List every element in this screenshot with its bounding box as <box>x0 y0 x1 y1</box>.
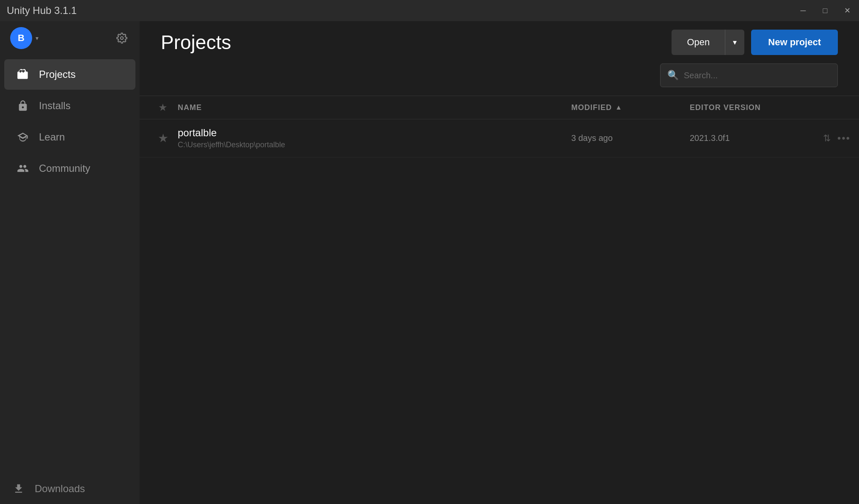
search-icon: 🔍 <box>667 70 679 81</box>
row-actions: ⇅ ••• <box>808 132 851 144</box>
minimize-button[interactable]: ─ <box>798 6 808 16</box>
sidebar: B ▾ Projects <box>0 21 140 504</box>
sidebar-header: B ▾ <box>0 21 140 55</box>
row-star: ★ <box>148 131 178 145</box>
projects-icon <box>16 68 30 81</box>
titlebar: Unity Hub 3.1.1 ─ □ ✕ <box>0 0 859 21</box>
table-row[interactable]: ★ portalble C:\Users\jeffh\Desktop\porta… <box>140 119 859 157</box>
downloads-icon <box>12 482 25 496</box>
row-editor-version: 2021.3.0f1 <box>690 133 808 143</box>
row-modified: 3 days ago <box>571 133 690 143</box>
table-header: ★ NAME MODIFIED ▲ EDITOR VERSION <box>140 96 859 119</box>
learn-icon <box>16 130 30 144</box>
svg-point-0 <box>121 37 124 40</box>
sidebar-item-label-learn: Learn <box>39 131 65 143</box>
th-name: NAME <box>178 103 571 112</box>
settings-button[interactable] <box>114 30 129 46</box>
th-modified[interactable]: MODIFIED ▲ <box>571 103 690 112</box>
sort-ascending-icon: ▲ <box>615 104 622 111</box>
nav-items: Projects Installs Learn <box>0 55 140 474</box>
search-box: 🔍 <box>660 63 838 87</box>
open-dropdown-button[interactable]: ▾ <box>725 30 744 55</box>
th-star: ★ <box>148 102 178 113</box>
table-body: ★ portalble C:\Users\jeffh\Desktop\porta… <box>140 119 859 504</box>
main-header: Projects Open ▾ New project <box>140 21 859 63</box>
new-project-button[interactable]: New project <box>751 30 838 55</box>
sidebar-item-label-community: Community <box>39 162 90 174</box>
search-input[interactable] <box>684 71 831 80</box>
community-icon <box>16 162 30 175</box>
main-content: Projects Open ▾ New project 🔍 ★ NAME MOD… <box>140 21 859 504</box>
project-path: C:\Users\jeffh\Desktop\portalble <box>178 140 571 149</box>
header-actions: Open ▾ New project <box>672 30 838 55</box>
sidebar-item-learn[interactable]: Learn <box>4 122 135 152</box>
sidebar-item-community[interactable]: Community <box>4 153 135 184</box>
avatar: B <box>10 27 32 49</box>
project-name: portalble <box>178 127 571 139</box>
sort-arrows-icon[interactable]: ⇅ <box>823 133 831 144</box>
open-button[interactable]: Open <box>672 30 725 55</box>
maximize-button[interactable]: □ <box>820 6 830 16</box>
app-body: B ▾ Projects <box>0 21 859 504</box>
sidebar-item-projects[interactable]: Projects <box>4 59 135 90</box>
more-options-button[interactable]: ••• <box>837 132 851 144</box>
downloads-label: Downloads <box>35 483 85 495</box>
page-title: Projects <box>161 31 231 54</box>
window-controls: ─ □ ✕ <box>798 6 852 16</box>
th-editor-version: EDITOR VERSION <box>690 103 808 112</box>
sidebar-item-label-installs: Installs <box>39 100 71 112</box>
row-name: portalble C:\Users\jeffh\Desktop\portalb… <box>178 127 571 149</box>
sidebar-item-installs[interactable]: Installs <box>4 91 135 121</box>
installs-icon <box>16 99 30 113</box>
sidebar-item-downloads[interactable]: Downloads <box>0 474 140 504</box>
favorite-star-icon[interactable]: ★ <box>158 131 168 145</box>
search-container: 🔍 <box>140 63 859 96</box>
close-button[interactable]: ✕ <box>842 6 852 16</box>
sidebar-item-label-projects: Projects <box>39 69 76 80</box>
app-title: Unity Hub 3.1.1 <box>7 5 77 17</box>
chevron-down-icon: ▾ <box>36 35 39 41</box>
star-column-icon: ★ <box>158 102 168 113</box>
user-area[interactable]: B ▾ <box>10 27 39 49</box>
